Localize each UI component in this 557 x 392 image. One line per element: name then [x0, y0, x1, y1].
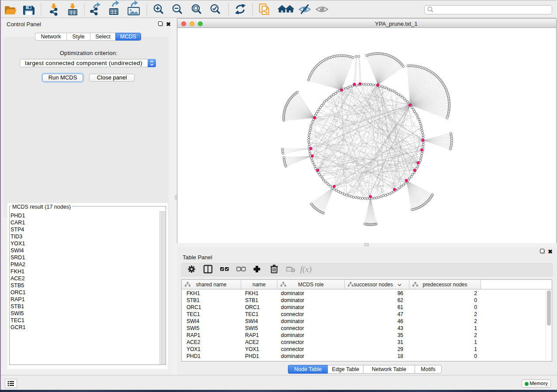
svg-text:f(x): f(x) [300, 265, 311, 274]
